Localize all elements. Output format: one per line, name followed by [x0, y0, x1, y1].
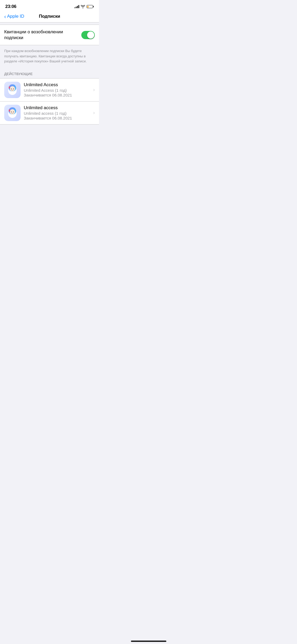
- back-button[interactable]: ‹ Apple ID: [4, 14, 24, 19]
- svg-point-12: [13, 111, 14, 112]
- subscription-name: Unlimited Access: [24, 82, 90, 88]
- signal-icon: [74, 5, 79, 8]
- subscription-info-1: Unlimited Access Unlimited Access (1 год…: [24, 82, 90, 97]
- subscription-item[interactable]: Unlimited Access Unlimited Access (1 год…: [0, 79, 99, 101]
- status-icons: [74, 5, 94, 8]
- subscription-expires: Заканчивается 06.08.2021: [24, 116, 90, 120]
- svg-point-11: [11, 111, 12, 112]
- bottom-area: [0, 125, 99, 204]
- description-section: При каждом возобновлении подписки Вы буд…: [0, 45, 99, 69]
- subscription-info-2: Unlimited access Unlimited access (1 год…: [24, 105, 90, 120]
- chevron-right-icon: ›: [93, 87, 95, 93]
- battery-icon: [87, 5, 94, 8]
- renewal-receipts-toggle[interactable]: [81, 31, 95, 39]
- section-header-label: ДЕЙСТВУЮЩИЕ: [4, 72, 33, 76]
- svg-point-5: [11, 88, 12, 89]
- subscription-item[interactable]: Unlimited access Unlimited access (1 год…: [0, 101, 99, 124]
- subscription-expires: Заканчивается 06.08.2021: [24, 93, 90, 97]
- svg-point-10: [10, 109, 15, 114]
- chevron-right-icon: ›: [93, 110, 95, 116]
- toggle-label: Квитанции о возобновлении подписки: [4, 29, 81, 41]
- subscription-detail: Unlimited access (1 год): [24, 111, 90, 116]
- wifi-icon: [81, 5, 85, 8]
- status-time: 23:06: [5, 4, 16, 9]
- svg-point-4: [10, 86, 15, 91]
- app-icon-1: [4, 82, 21, 98]
- subscription-name: Unlimited access: [24, 105, 90, 111]
- description-text: При каждом возобновлении подписки Вы буд…: [4, 48, 95, 64]
- renewal-receipts-row: Квитанции о возобновлении подписки: [0, 25, 99, 45]
- subscriptions-list: Unlimited Access Unlimited Access (1 год…: [0, 78, 99, 125]
- status-bar: 23:06: [0, 0, 99, 12]
- subscription-detail: Unlimited Access (1 год): [24, 88, 90, 93]
- nav-bar: ‹ Apple ID Подписки: [0, 12, 99, 22]
- back-chevron-icon: ‹: [4, 14, 6, 19]
- page-title: Подписки: [39, 14, 60, 19]
- app-icon-2: [4, 105, 21, 121]
- svg-point-6: [13, 88, 14, 89]
- back-label: Apple ID: [7, 14, 24, 19]
- active-section-header: ДЕЙСТВУЮЩИЕ: [0, 69, 99, 78]
